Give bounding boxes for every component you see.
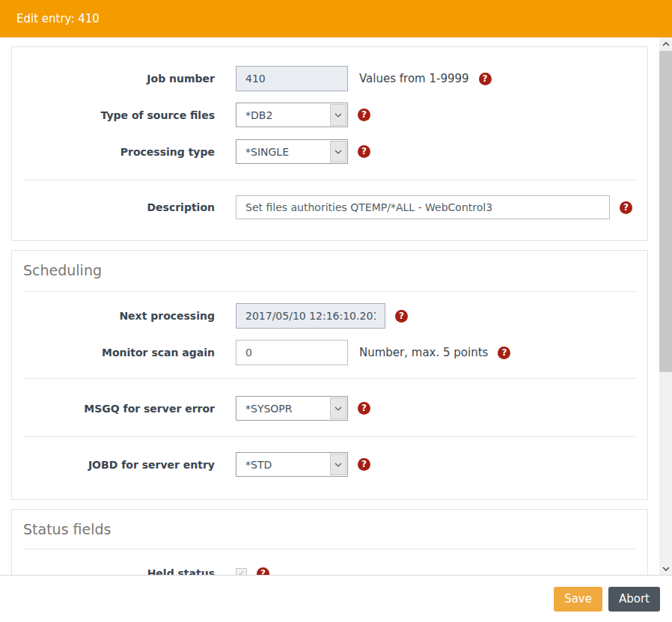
field-row-monitor-scan: Monitor scan again Number, max. 5 points…: [12, 340, 647, 365]
divider: [23, 291, 636, 292]
panel-entry: Job number Values from 1-9999 ? Type of …: [11, 46, 648, 241]
field-row-next-processing: Next processing ?: [12, 303, 647, 329]
help-icon[interactable]: ?: [358, 402, 370, 415]
divider: [23, 549, 636, 549]
field-row-processing-type: Processing type *SINGLE ?: [12, 139, 647, 164]
chevron-down-icon[interactable]: [330, 141, 346, 162]
msgq-select[interactable]: *SYSOPR: [236, 396, 348, 421]
help-icon[interactable]: ?: [498, 347, 510, 359]
field-row-description: Description ?: [12, 195, 647, 219]
processing-type-label: Processing type: [12, 146, 224, 158]
field-row-msgq: MSGQ for server error *SYSOPR ?: [12, 396, 647, 421]
monitor-scan-note: Number, max. 5 points: [359, 346, 488, 359]
vertical-scrollbar[interactable]: [659, 37, 672, 575]
held-status-checkbox[interactable]: ✓: [236, 568, 247, 576]
scrollbar-thumb[interactable]: [659, 51, 672, 372]
abort-button[interactable]: Abort: [608, 587, 660, 612]
chevron-down-icon[interactable]: [330, 104, 346, 126]
monitor-scan-input[interactable]: [236, 340, 348, 365]
job-number-note: Values from 1-9999: [359, 72, 469, 85]
description-input[interactable]: [236, 195, 610, 219]
description-label: Description: [12, 201, 224, 213]
field-row-held-status: Held status ✓ ?: [12, 561, 647, 575]
processing-type-selected-value: *SINGLE: [236, 146, 329, 158]
source-type-label: Type of source files: [12, 109, 224, 121]
status-fields-heading: Status fields: [12, 519, 647, 540]
help-icon[interactable]: ?: [358, 109, 370, 121]
help-icon[interactable]: ?: [358, 145, 370, 158]
job-number-label: Job number: [12, 73, 224, 85]
divider: [23, 436, 636, 437]
help-icon[interactable]: ?: [479, 73, 492, 85]
dialog-body: Job number Values from 1-9999 ? Type of …: [0, 37, 672, 575]
scheduling-heading: Scheduling: [12, 260, 647, 281]
help-icon[interactable]: ?: [395, 310, 408, 323]
jobd-select[interactable]: *STD: [236, 452, 348, 477]
help-icon[interactable]: ?: [620, 201, 632, 214]
chevron-down-icon[interactable]: [330, 397, 346, 419]
divider: [23, 378, 636, 379]
held-status-label: Held status: [12, 567, 224, 575]
field-row-source-type: Type of source files *DB2 ?: [12, 103, 647, 127]
save-button[interactable]: Save: [554, 587, 602, 612]
help-icon[interactable]: ?: [358, 458, 370, 471]
panel-status-fields: Status fields Held status ✓ ?: [11, 509, 648, 575]
dialog-footer: Save Abort: [0, 575, 672, 622]
next-processing-label: Next processing: [12, 310, 224, 322]
source-type-selected-value: *DB2: [236, 109, 329, 121]
panel-scheduling: Scheduling Next processing ? Monitor sca…: [11, 250, 648, 500]
field-row-jobd: JOBD for server entry *STD ?: [12, 452, 647, 477]
field-row-job-number: Job number Values from 1-9999 ?: [12, 66, 647, 91]
job-number-input[interactable]: [236, 66, 348, 91]
help-icon[interactable]: ?: [257, 567, 269, 576]
jobd-label: JOBD for server entry: [12, 459, 224, 471]
dialog-title: Edit entry: 410: [16, 12, 100, 25]
processing-type-select[interactable]: *SINGLE: [236, 139, 348, 164]
divider: [23, 180, 636, 180]
msgq-label: MSGQ for server error: [12, 403, 224, 415]
jobd-selected-value: *STD: [236, 459, 329, 471]
dialog-titlebar: Edit entry: 410: [0, 0, 672, 37]
chevron-down-icon[interactable]: [330, 454, 346, 475]
monitor-scan-label: Monitor scan again: [12, 347, 224, 359]
next-processing-input[interactable]: [236, 303, 385, 329]
scroll-up-icon[interactable]: [659, 37, 672, 50]
msgq-selected-value: *SYSOPR: [236, 403, 329, 415]
source-type-select[interactable]: *DB2: [236, 103, 348, 127]
scroll-down-icon[interactable]: [659, 562, 672, 575]
